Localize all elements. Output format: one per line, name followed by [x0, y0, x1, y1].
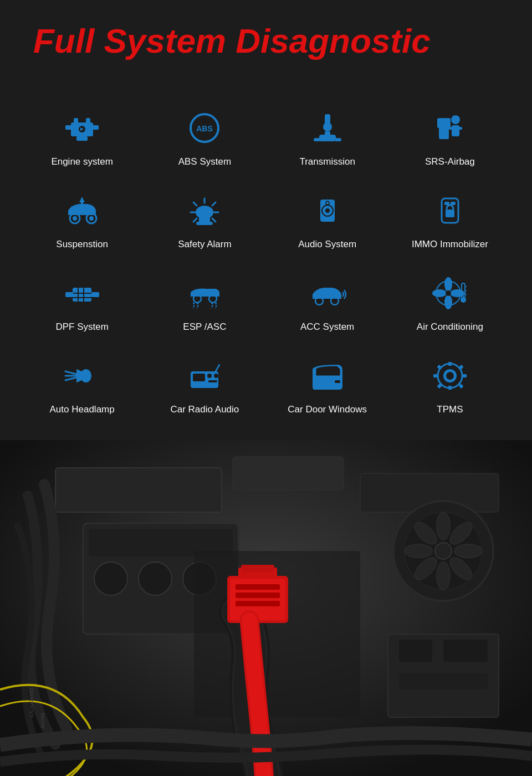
item-label-acc-system: ACC System [300, 321, 354, 333]
svg-line-69 [65, 371, 76, 374]
svg-rect-44 [451, 202, 456, 205]
item-label-safety-alarm: Safety Alarm [178, 239, 231, 250]
svg-rect-16 [437, 118, 451, 128]
item-label-auto-headlamp: Auto Headlamp [50, 404, 115, 415]
item-label-engine-system: Engine system [51, 156, 113, 167]
svg-point-99 [139, 562, 172, 595]
ac-icon [428, 272, 472, 314]
svg-rect-65 [463, 292, 464, 300]
grid-item-car-radio: Car Radio Audio [145, 346, 264, 423]
svg-rect-79 [335, 380, 340, 383]
item-label-audio-system: Audio System [298, 239, 356, 250]
svg-rect-94 [233, 457, 344, 490]
suspension-icon [60, 190, 104, 231]
grid-item-engine-system: Engine system [22, 99, 142, 176]
item-label-srs-airbag: SRS-Airbag [425, 156, 475, 167]
svg-point-23 [73, 216, 77, 221]
svg-rect-83 [433, 374, 437, 377]
svg-rect-117 [236, 601, 280, 606]
svg-rect-3 [74, 118, 78, 125]
svg-rect-1 [65, 125, 72, 130]
svg-point-58 [444, 277, 452, 292]
grid-item-transmission: Transmission [268, 99, 387, 176]
tpms-icon [428, 355, 472, 396]
immobilizer-icon [428, 190, 472, 231]
item-label-car-door: Car Door Windows [288, 404, 367, 415]
svg-line-71 [65, 377, 76, 380]
grid-item-acc-system: ACC System [268, 264, 387, 341]
grid-item-srs-airbag: SRS-Airbag [390, 99, 510, 176]
grid-item-car-door: Car Door Windows [268, 346, 387, 423]
svg-point-25 [89, 216, 94, 221]
svg-rect-82 [448, 386, 452, 390]
page-title: Full System Disagnostic [33, 22, 499, 60]
svg-rect-5 [76, 136, 88, 141]
svg-rect-116 [236, 593, 280, 598]
svg-rect-81 [448, 362, 452, 366]
grid-item-abs-system: ABS ABS System [145, 99, 264, 176]
headlamp-icon [60, 355, 104, 396]
svg-point-39 [325, 208, 330, 213]
alarm-icon [182, 190, 227, 231]
svg-line-78 [216, 365, 219, 371]
grid-item-esp-asc: ESP /ASC [145, 264, 264, 341]
svg-point-90 [446, 372, 454, 380]
item-label-car-radio: Car Radio Audio [170, 404, 239, 415]
svg-rect-77 [208, 380, 217, 382]
svg-point-10 [323, 122, 332, 131]
svg-point-61 [432, 289, 447, 297]
svg-point-98 [94, 562, 127, 595]
svg-text:CN,N428X93: CN,N428X93 [29, 688, 34, 717]
svg-line-32 [193, 202, 197, 206]
svg-rect-93 [55, 468, 222, 512]
esp-icon [182, 272, 227, 314]
svg-rect-14 [335, 138, 341, 141]
svg-rect-74 [193, 374, 205, 381]
grid-item-air-conditioning: Air Conditioning [390, 264, 510, 341]
radio-icon [182, 355, 227, 396]
item-label-abs-system: ABS System [178, 156, 231, 167]
svg-point-103 [437, 512, 450, 540]
svg-rect-119 [241, 565, 274, 571]
item-label-tpms: TPMS [437, 404, 463, 415]
door-icon [305, 355, 350, 396]
item-label-suspension: Suspenstion [56, 239, 108, 250]
svg-line-36 [193, 218, 197, 222]
svg-rect-19 [449, 127, 454, 130]
item-label-immo: IMMO Immobilizer [412, 239, 488, 250]
grid-item-dpf-system: DPF System [22, 264, 142, 341]
acc-icon [305, 272, 350, 314]
svg-rect-13 [314, 138, 320, 141]
svg-point-107 [437, 562, 450, 590]
svg-point-111 [435, 543, 452, 559]
svg-rect-84 [463, 374, 467, 377]
grid-item-tpms: TPMS [390, 346, 510, 423]
transmission-icon [305, 107, 350, 149]
svg-point-76 [214, 374, 218, 378]
grid-item-immo: IMMO Immobilizer [390, 181, 510, 258]
svg-point-62 [446, 290, 451, 296]
engine-photo: CN,N428X93 5GX93 [0, 440, 532, 776]
svg-rect-4 [86, 118, 90, 125]
svg-point-17 [451, 115, 460, 124]
airbag-icon [428, 107, 472, 149]
svg-text:ABS: ABS [197, 124, 213, 133]
svg-rect-12 [319, 135, 336, 141]
engine-icon [60, 107, 104, 149]
svg-rect-50 [65, 292, 73, 297]
svg-rect-45 [73, 288, 91, 302]
svg-point-105 [454, 544, 482, 558]
abs-icon: ABS [182, 107, 227, 149]
svg-rect-20 [457, 127, 462, 130]
svg-point-59 [450, 289, 464, 297]
svg-rect-115 [236, 584, 280, 590]
svg-text:5GX93: 5GX93 [40, 713, 45, 728]
item-label-esp-asc: ESP /ASC [183, 321, 226, 333]
svg-rect-21 [71, 206, 93, 213]
svg-point-29 [196, 206, 213, 219]
svg-rect-2 [92, 125, 99, 130]
svg-rect-43 [444, 202, 449, 205]
svg-point-72 [80, 369, 91, 382]
svg-rect-121 [399, 640, 432, 662]
svg-point-109 [405, 544, 432, 558]
